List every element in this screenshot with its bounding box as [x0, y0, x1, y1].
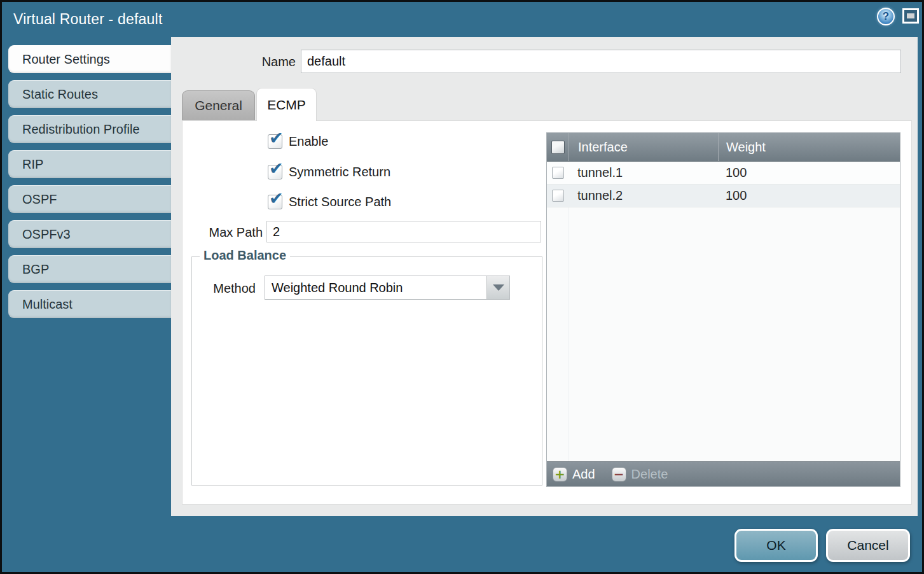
tab-general[interactable]: General: [182, 90, 255, 120]
sidebar-item-router-settings[interactable]: Router Settings: [8, 45, 171, 73]
max-path-label: Max Path: [202, 225, 263, 240]
strict-source-path-label: Strict Source Path: [289, 195, 391, 209]
cell-weight: 100: [718, 188, 900, 203]
load-balance-fieldset: Load Balance Method Weighted Round Robin: [191, 256, 542, 486]
cancel-label: Cancel: [847, 538, 888, 553]
add-icon: +: [553, 467, 567, 482]
cancel-button[interactable]: Cancel: [826, 529, 910, 562]
sidebar-item-bgp[interactable]: BGP: [8, 255, 171, 283]
sidebar-item-ospfv3[interactable]: OSPFv3: [8, 220, 171, 248]
row-checkbox[interactable]: [552, 167, 564, 179]
row-checkbox[interactable]: [552, 190, 564, 202]
strict-source-path-checkbox[interactable]: ✔: [268, 195, 282, 209]
name-label: Name: [254, 55, 296, 69]
ok-button[interactable]: OK: [734, 529, 818, 562]
tab-label: ECMP: [267, 97, 306, 113]
max-path-input[interactable]: [266, 221, 541, 242]
sidebar-item-redistribution-profile[interactable]: Redistribution Profile: [8, 115, 171, 143]
header-checkbox-cell: [547, 141, 569, 154]
sidebar-item-label: Redistribution Profile: [22, 122, 140, 137]
load-balance-legend: Load Balance: [200, 248, 290, 263]
symmetric-return-label: Symmetric Return: [289, 165, 390, 179]
enable-row: ✔ Enable: [268, 134, 328, 149]
cell-interface: tunnel.2: [569, 188, 718, 203]
content-area: Name General ECMP ✔ Enable ✔ Symmetric R…: [171, 37, 918, 516]
table-header: Interface Weight: [547, 133, 900, 162]
symmetric-return-row: ✔ Symmetric Return: [268, 165, 390, 179]
method-selected-value: Weighted Round Robin: [272, 276, 403, 299]
table-row[interactable]: tunnel.2 100: [547, 185, 900, 207]
title-bar: Virtual Router - default ?: [2, 2, 922, 37]
window-restore-icon[interactable]: [902, 8, 919, 24]
sidebar-item-label: BGP: [22, 262, 49, 277]
sidebar-item-label: Multicast: [22, 297, 72, 312]
column-header-interface: Interface: [569, 133, 718, 161]
sidebar-item-multicast[interactable]: Multicast: [8, 290, 171, 318]
add-label: Add: [572, 467, 595, 482]
sidebar-item-rip[interactable]: RIP: [8, 150, 171, 178]
ecmp-panel: ✔ Enable ✔ Symmetric Return ✔ Strict Sou…: [182, 120, 912, 505]
virtual-router-dialog: Virtual Router - default ? Router Settin…: [0, 0, 924, 574]
delete-icon: −: [612, 467, 626, 482]
cell-interface: tunnel.1: [569, 165, 718, 180]
enable-label: Enable: [289, 134, 328, 149]
check-icon: ✔: [269, 129, 284, 146]
check-icon: ✔: [269, 160, 284, 177]
symmetric-return-checkbox[interactable]: ✔: [268, 165, 282, 179]
sidebar-item-label: OSPF: [22, 192, 57, 207]
column-separator: [569, 207, 569, 461]
check-icon: ✔: [269, 190, 284, 207]
delete-button[interactable]: − Delete: [612, 467, 668, 482]
sidebar-item-label: OSPFv3: [22, 227, 71, 242]
sidebar-item-static-routes[interactable]: Static Routes: [8, 80, 171, 108]
column-header-weight: Weight: [718, 133, 900, 161]
delete-label: Delete: [631, 467, 668, 482]
strict-source-path-row: ✔ Strict Source Path: [268, 195, 391, 209]
method-label: Method: [210, 281, 256, 296]
window-restore-inner: [907, 13, 914, 18]
table-row[interactable]: tunnel.1 100: [547, 162, 900, 185]
ok-label: OK: [766, 538, 785, 553]
dropdown-arrow-icon: [486, 276, 509, 299]
enable-checkbox[interactable]: ✔: [268, 134, 282, 149]
table-empty-body: [547, 207, 900, 461]
table-footer: + Add − Delete: [547, 461, 900, 486]
interface-weight-table: Interface Weight tunnel.1 100 tunnel.2 1…: [546, 132, 900, 487]
name-input[interactable]: [301, 50, 901, 73]
sidebar-item-ospf[interactable]: OSPF: [8, 185, 171, 213]
sidebar-item-label: Router Settings: [22, 52, 110, 67]
select-all-checkbox[interactable]: [551, 141, 565, 154]
dialog-title: Virtual Router - default: [13, 2, 163, 37]
help-icon[interactable]: ?: [877, 8, 895, 25]
method-select[interactable]: Weighted Round Robin: [265, 276, 510, 300]
sidebar-item-label: Static Routes: [22, 87, 98, 102]
tab-label: General: [195, 98, 242, 113]
tab-ecmp[interactable]: ECMP: [256, 88, 317, 121]
sidebar-item-label: RIP: [22, 157, 43, 172]
cell-weight: 100: [718, 165, 900, 180]
add-button[interactable]: + Add: [553, 467, 595, 482]
help-glyph: ?: [883, 10, 889, 23]
sidebar: Router Settings Static Routes Redistribu…: [8, 45, 171, 325]
